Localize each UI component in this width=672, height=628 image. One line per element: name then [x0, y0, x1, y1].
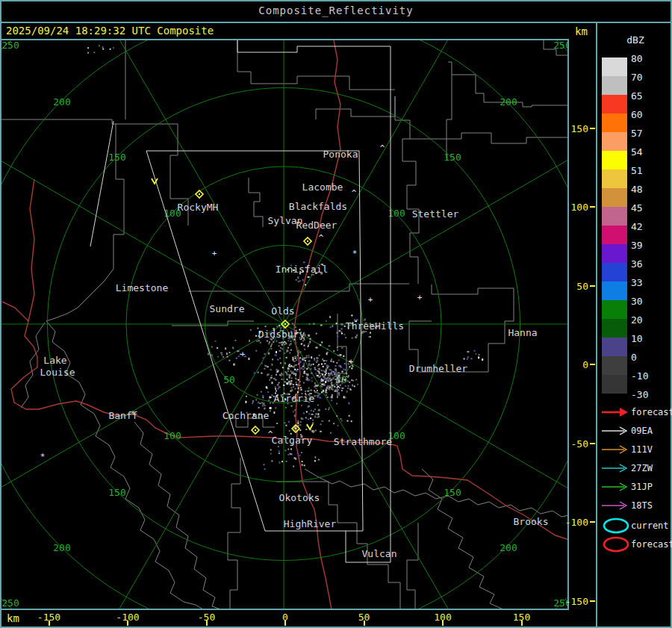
reflectivity-echo: [304, 345, 305, 346]
colorbar-value-label: 60: [631, 109, 665, 120]
reflectivity-echo: [286, 461, 287, 462]
radar-map-canvas[interactable]: 5050100100100100150150150150200200200200…: [1, 40, 567, 609]
radar-site-diamond-icon: [196, 190, 203, 198]
reflectivity-echo: [278, 345, 279, 346]
colorbar-value-label: 0: [631, 352, 665, 363]
reflectivity-echo: [295, 458, 296, 460]
colorbar-value-label: 39: [631, 240, 665, 251]
reflectivity-echo: [297, 276, 299, 279]
radar-site-diamond-icon: [252, 426, 259, 434]
reflectivity-echo: [343, 334, 345, 335]
reflectivity-echo: [317, 397, 319, 398]
right-axis-tick-label: -50: [554, 438, 588, 450]
reflectivity-echo: [299, 429, 301, 431]
city-label: Innisfail: [276, 264, 328, 275]
reflectivity-echo: [338, 394, 340, 396]
colorbar-block: [602, 207, 627, 226]
right-axis-tick-label: 100: [554, 202, 588, 213]
city-label: Okotoks: [279, 492, 320, 503]
reflectivity-echo: [261, 402, 263, 403]
reflectivity-echo: [314, 358, 315, 359]
boundary-line: [422, 469, 503, 609]
reflectivity-echo: [249, 340, 250, 342]
reflectivity-echo: [292, 323, 293, 324]
map-bottom-border: [0, 609, 569, 610]
right-axis-tick: [590, 364, 595, 365]
reflectivity-echo: [268, 400, 270, 401]
diamond-dot: [255, 429, 256, 431]
reflectivity-echo: [347, 420, 349, 422]
reflectivity-echo: [301, 405, 302, 406]
bottom-axis-tick: [49, 621, 50, 626]
colorbar-block: [602, 188, 627, 207]
reflectivity-echo: [320, 385, 322, 387]
reflectivity-echo: [320, 423, 322, 425]
range-ring-label: 150: [108, 152, 125, 163]
bottom-axis-tick: [442, 621, 444, 626]
reflectivity-echo: [281, 373, 282, 375]
boundary-line: [407, 523, 418, 609]
reflectivity-echo: [276, 341, 277, 342]
reflectivity-echo: [464, 358, 465, 360]
reflectivity-echo: [325, 381, 326, 382]
reflectivity-echo: [300, 387, 302, 388]
reflectivity-echo: [262, 397, 264, 398]
reflectivity-echo: [275, 387, 276, 388]
diamond-dot: [199, 193, 200, 195]
reflectivity-echo: [319, 373, 320, 375]
colorbar-value-label: 80: [631, 53, 665, 64]
reflectivity-echo: [478, 356, 479, 358]
reflectivity-echo: [279, 387, 281, 388]
reflectivity-echo: [316, 361, 318, 362]
reflectivity-echo: [281, 461, 283, 462]
reflectivity-echo: [292, 357, 293, 358]
reflectivity-echo: [299, 385, 301, 386]
reflectivity-echo: [316, 413, 317, 415]
111V-arrow-icon: [600, 444, 632, 456]
reflectivity-echo: [255, 399, 257, 400]
reflectivity-echo: [293, 325, 295, 326]
boundary-line: [305, 469, 567, 517]
reflectivity-echo: [351, 379, 352, 381]
point-marker-icon: ^: [289, 364, 294, 373]
reflectivity-echo: [348, 385, 349, 387]
reflectivity-echo: [299, 357, 301, 358]
reflectivity-echo: [302, 461, 303, 462]
reflectivity-echo: [267, 391, 269, 393]
31JP-arrow-icon: [600, 481, 632, 493]
range-ring-label: 250: [1, 40, 19, 51]
reflectivity-echo: [321, 370, 323, 371]
reflectivity-echo: [294, 364, 296, 366]
range-ring-label: 200: [500, 542, 517, 553]
reflectivity-echo: [318, 368, 320, 370]
legend-ellipse-item: [600, 536, 633, 553]
reflectivity-echo: [302, 279, 304, 282]
reflectivity-echo: [293, 386, 294, 388]
09EA-arrow-icon: [600, 425, 632, 437]
reflectivity-echo: [311, 377, 313, 379]
reflectivity-echo: [351, 367, 352, 369]
reflectivity-echo: [284, 381, 286, 382]
reflectivity-echo: [475, 353, 476, 355]
right-axis-tick: [590, 521, 595, 523]
timestamp-label: 2025/09/24 18:29:32 UTC Composite: [6, 25, 214, 37]
reflectivity-echo: [308, 405, 310, 407]
colorbar-block: [602, 300, 627, 319]
bottom-axis-tick: [127, 621, 128, 626]
reflectivity-echo: [331, 396, 333, 398]
reflectivity-echo: [317, 413, 319, 415]
city-label: Cochrane: [223, 410, 270, 421]
colorbar-block: [602, 170, 627, 188]
reflectivity-echo: [264, 368, 265, 370]
reflectivity-echo: [302, 359, 303, 361]
reflectivity-echo: [341, 382, 343, 384]
legend-item-label: forecast: [631, 407, 670, 417]
reflectivity-echo: [326, 392, 328, 394]
reflectivity-echo: [270, 397, 272, 398]
reflectivity-echo: [467, 351, 469, 352]
reflectivity-echo: [211, 346, 213, 348]
right-axis-tick: [590, 600, 595, 602]
reflectivity-echo: [335, 368, 337, 370]
reflectivity-echo: [227, 356, 228, 358]
reflectivity-echo: [308, 335, 310, 337]
